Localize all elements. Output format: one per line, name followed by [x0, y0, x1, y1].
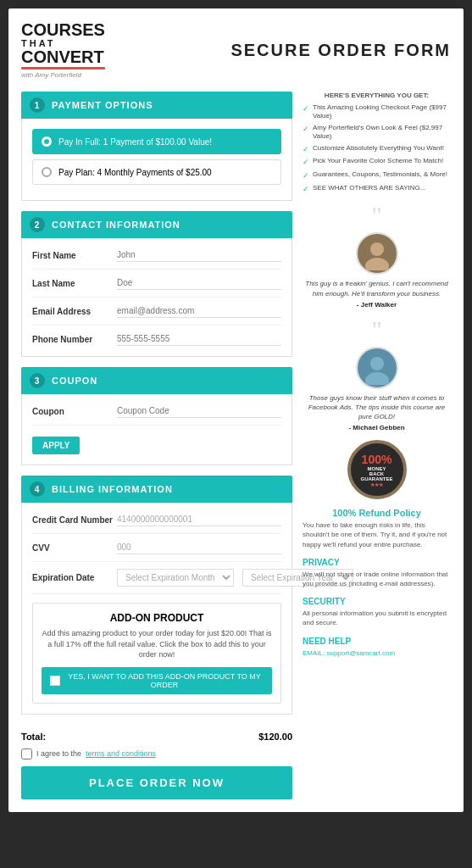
- payment-plan-label: Pay Plan: 4 Monthly Payments of $25.00: [58, 168, 212, 177]
- billing-header: 4 BILLING INFORMATION: [21, 476, 292, 503]
- svg-point-3: [365, 372, 389, 385]
- refund-title: 100% Refund Policy: [303, 508, 451, 518]
- check-item-1: ✓ This Amazing Looking Checkout Page ($9…: [303, 103, 451, 121]
- expiry-label: Expiration Date: [32, 573, 117, 582]
- guarantee-badge: 100% MONEY BACK GUARANTEE ★★★: [347, 440, 407, 499]
- cc-input[interactable]: [117, 513, 281, 526]
- email-input[interactable]: [117, 304, 281, 318]
- testimonial-1-text: This guy is a freakin' genius. I can't r…: [303, 279, 451, 298]
- page-title: SECURE ORDER FORM: [230, 41, 451, 60]
- checkmark-icon-6: ✓: [303, 185, 309, 195]
- coupon-row: Coupon: [32, 404, 281, 426]
- addon-checkbox[interactable]: [50, 676, 60, 686]
- left-column: 1 PAYMENT OPTIONS Pay In Full: 1 Payment…: [21, 92, 292, 799]
- privacy-text: We will not share or trade online inform…: [303, 570, 451, 588]
- logo-courses: COURSES: [21, 21, 105, 38]
- payment-num: 1: [30, 97, 45, 113]
- cvv-row: CVV: [32, 541, 281, 562]
- terms-row: I agree to the terms and conditions: [21, 748, 292, 760]
- right-column: HERE'S EVERYTHING YOU GET: ✓ This Amazin…: [303, 92, 451, 799]
- expiry-month-select[interactable]: Select Expiration Month: [117, 569, 234, 587]
- check-label-4: Pick Your Favorite Color Scheme To Match…: [313, 157, 443, 165]
- privacy-title: PRIVACY: [303, 558, 451, 567]
- checkmark-icon-4: ✓: [303, 158, 309, 168]
- refund-text: You have to take enough risks in life, t…: [303, 520, 451, 549]
- addon-checkbox-label: YES, I WANT TO ADD THIS ADD-ON PRODUCT T…: [65, 672, 264, 689]
- contact-num: 2: [30, 217, 45, 232]
- place-order-button[interactable]: PLACE ORDER NOW: [21, 766, 292, 799]
- quote-mark-2: ": [303, 317, 451, 342]
- header: COURSES THAT CONVERT with Amy Porterfiel…: [21, 21, 451, 79]
- last-name-label: Last Name: [32, 279, 117, 288]
- phone-input[interactable]: [117, 332, 281, 346]
- email-row: Email Address: [32, 304, 281, 326]
- radio-dot: [44, 139, 49, 144]
- checkmark-icon-2: ✓: [303, 125, 309, 135]
- coupon-num: 3: [30, 373, 45, 388]
- avatar-1: [356, 232, 398, 275]
- logo-red-line: [21, 67, 105, 70]
- help-email[interactable]: EMAIL: support@samcart.com: [303, 648, 451, 658]
- last-name-input[interactable]: [117, 276, 281, 290]
- cc-label: Credit Card Number: [32, 515, 117, 525]
- testimonial-2-text: Those guys know their stuff when it come…: [303, 393, 451, 422]
- payment-option-full[interactable]: Pay In Full: 1 Payment of $100.00 Value!: [32, 129, 281, 154]
- billing-num: 4: [30, 481, 45, 497]
- total-label: Total:: [21, 732, 46, 742]
- first-name-row: First Name: [32, 248, 281, 270]
- checkmark-icon-3: ✓: [303, 145, 309, 155]
- radio-unselected: [42, 167, 52, 177]
- payment-full-label: Pay In Full: 1 Payment of $100.00 Value!: [58, 137, 212, 147]
- security-section: SECURITY All personal information you su…: [303, 597, 451, 627]
- check-label-2: Amy Porterfield's Own Look & Feel ($2,99…: [313, 124, 451, 142]
- checkmark-icon-1: ✓: [303, 104, 309, 114]
- first-name-input[interactable]: [117, 248, 281, 262]
- coupon-input[interactable]: [117, 404, 281, 418]
- phone-row: Phone Number: [32, 332, 281, 346]
- guarantee-100: 100%: [362, 453, 392, 466]
- addon-description: Add this amazing product to your order t…: [42, 628, 272, 660]
- payment-option-plan[interactable]: Pay Plan: 4 Monthly Payments of $25.00: [32, 159, 281, 185]
- email-label: Email Address: [32, 307, 117, 316]
- cvv-input[interactable]: [117, 541, 281, 554]
- phone-label: Phone Number: [32, 335, 117, 344]
- terms-checkbox[interactable]: [21, 748, 32, 760]
- billing-title: BILLING INFORMATION: [52, 484, 173, 494]
- coupon-section: 3 COUPON Coupon APPLY: [21, 367, 292, 465]
- logo-amy: with Amy Porterfield: [21, 71, 105, 79]
- main-content: 1 PAYMENT OPTIONS Pay In Full: 1 Payment…: [21, 92, 451, 799]
- check-item-3: ✓ Customize Absolutely Everything You Wa…: [303, 144, 451, 155]
- svg-point-0: [370, 242, 384, 256]
- help-title: NEED HELP: [303, 637, 451, 646]
- quote-mark-1: ": [303, 203, 451, 228]
- coupon-body: Coupon APPLY: [21, 394, 292, 465]
- check-item-5: ✓ Guarantees, Coupons, Testimonials, & M…: [303, 170, 451, 181]
- billing-section: 4 BILLING INFORMATION Credit Card Number…: [21, 476, 292, 715]
- first-name-label: First Name: [32, 251, 117, 260]
- coupon-label: Coupon: [32, 407, 117, 416]
- addon-checkbox-row[interactable]: YES, I WANT TO ADD THIS ADD-ON PRODUCT T…: [42, 667, 272, 694]
- contact-section: 2 CONTACT INFORMATION First Name Last Na…: [21, 211, 292, 357]
- check-label-3: Customize Absolutely Everything You Want…: [313, 144, 444, 153]
- security-text: All personal information you submit is e…: [303, 609, 451, 627]
- testimonial-2-author: - Michael Gebben: [303, 424, 451, 431]
- checkmark-icon-5: ✓: [303, 171, 309, 181]
- logo: COURSES THAT CONVERT with Amy Porterfiel…: [21, 21, 105, 79]
- check-item-2: ✓ Amy Porterfield's Own Look & Feel ($2,…: [303, 124, 451, 142]
- payment-title: PAYMENT OPTIONS: [52, 100, 153, 110]
- addon-title: ADD-ON PRODUCT: [42, 612, 272, 624]
- apply-button[interactable]: APPLY: [32, 437, 80, 454]
- help-section: NEED HELP EMAIL: support@samcart.com: [303, 637, 451, 658]
- security-title: SECURITY: [303, 597, 451, 606]
- coupon-title: COUPON: [52, 376, 97, 386]
- contact-body: First Name Last Name Email Address Phone…: [21, 238, 292, 357]
- terms-link[interactable]: terms and conditions: [86, 749, 156, 758]
- testimonial-1: " This guy is a freakin' genius. I can't…: [303, 203, 451, 308]
- expiry-row: Expiration Date Select Expiration Month …: [32, 569, 281, 594]
- contact-title: CONTACT INFORMATION: [52, 220, 180, 230]
- check-label-5: Guarantees, Coupons, Testimonials, & Mor…: [313, 170, 447, 179]
- check-label-6: SEE WHAT OTHERS ARE SAYING...: [313, 184, 425, 192]
- checklist: ✓ This Amazing Looking Checkout Page ($9…: [303, 103, 451, 194]
- last-name-row: Last Name: [32, 276, 281, 298]
- payment-header: 1 PAYMENT OPTIONS: [21, 92, 292, 119]
